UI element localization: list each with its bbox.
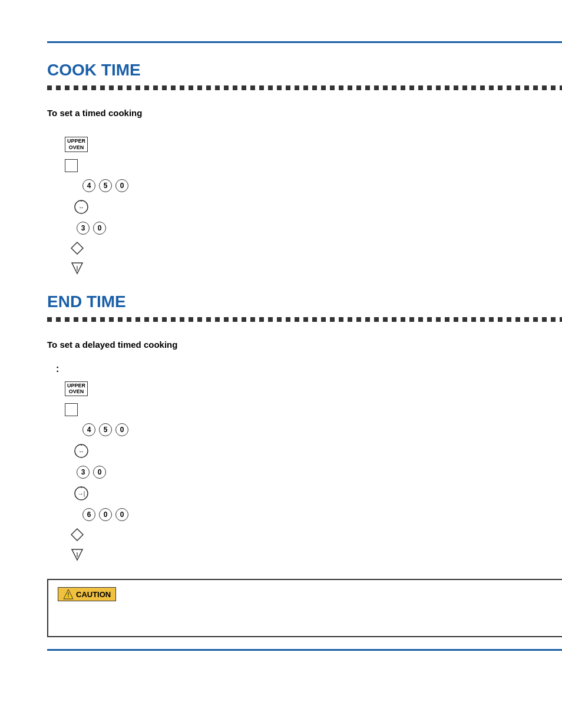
dot (312, 85, 317, 90)
dot (418, 317, 423, 322)
dot (427, 85, 432, 90)
cook-time-heading: To set a timed cooking (47, 108, 142, 118)
dot (383, 317, 388, 322)
dot (436, 317, 441, 322)
circled-0c: 0 (115, 423, 128, 436)
dot (224, 85, 229, 90)
dot (162, 317, 167, 322)
caution-box: ! CAUTION (47, 579, 562, 637)
dot (418, 85, 423, 90)
dot (551, 85, 556, 90)
dot (135, 85, 140, 90)
dot (454, 85, 458, 90)
end-time-step-upper-oven: UPPEROVEN (65, 381, 562, 397)
dot (268, 317, 273, 322)
dot (321, 85, 326, 90)
dot (295, 317, 299, 322)
dot (515, 85, 520, 90)
dot (436, 85, 441, 90)
dot (91, 317, 96, 322)
dot (153, 85, 158, 90)
dot (286, 317, 290, 322)
dot (233, 317, 237, 322)
dot (250, 317, 255, 322)
dot (259, 317, 264, 322)
dot (47, 85, 52, 90)
end-time-step-30: 3 0 (77, 466, 562, 479)
dot (454, 317, 458, 322)
square-icon-2 (65, 403, 78, 416)
dot (356, 317, 361, 322)
circled-6: 6 (82, 508, 95, 521)
dot (224, 317, 229, 322)
circled-0d: 0 (93, 466, 106, 479)
svg-text:→|: →| (78, 490, 85, 497)
dot (462, 85, 467, 90)
dot (533, 85, 538, 90)
dot (286, 85, 290, 90)
circled-4b: 4 (82, 423, 95, 436)
dot (171, 85, 176, 90)
svg-text:↔: ↔ (78, 204, 84, 210)
dot (348, 85, 352, 90)
dot (233, 85, 237, 90)
dot (277, 317, 282, 322)
dot (56, 85, 61, 90)
dot (524, 317, 529, 322)
dot (303, 85, 308, 90)
dot (365, 317, 370, 322)
dot (312, 317, 317, 322)
top-divider-line (47, 41, 562, 43)
clock-cooktime-icon-2: ↔ (74, 443, 89, 459)
triangle-down-icon (71, 262, 84, 275)
dot (524, 85, 529, 90)
dot (295, 85, 299, 90)
cook-time-dotted-divider (47, 85, 562, 90)
dot (445, 85, 449, 90)
dot (392, 85, 396, 90)
dot (339, 85, 343, 90)
circled-0b: 0 (93, 222, 106, 235)
end-time-title: END TIME (47, 292, 562, 311)
circled-3b: 3 (77, 466, 90, 479)
dot (47, 317, 52, 322)
dot (339, 317, 343, 322)
cook-time-section: COOK TIME (47, 61, 562, 275)
dot (374, 85, 379, 90)
dot (162, 85, 167, 90)
dot (180, 85, 184, 90)
dot (409, 85, 414, 90)
circled-5b: 5 (99, 423, 112, 436)
dot (74, 317, 78, 322)
main-content: COOK TIME (0, 0, 562, 728)
dot (118, 317, 123, 322)
end-time-step-triangle (71, 548, 562, 561)
caution-header: ! CAUTION (58, 587, 562, 601)
dot (489, 317, 494, 322)
dot (330, 317, 335, 322)
bottom-divider-line (47, 649, 562, 651)
cook-time-step-square (65, 159, 562, 172)
dot (542, 85, 547, 90)
dot (480, 317, 485, 322)
cook-time-step-diamond (71, 242, 562, 255)
dot (118, 85, 123, 90)
caution-text-2 (58, 618, 562, 630)
caution-label: CAUTION (76, 590, 111, 599)
dot (471, 317, 476, 322)
upper-oven-label-2: UPPEROVEN (65, 381, 88, 397)
end-time-step-diamond (71, 528, 562, 541)
end-time-step-clock-cook: ↔ (74, 443, 562, 459)
dot (144, 317, 149, 322)
cook-time-title: COOK TIME (47, 61, 562, 80)
circled-4: 4 (82, 179, 95, 192)
end-time-step-600: 6 0 0 (82, 508, 562, 521)
dot (56, 317, 61, 322)
circled-3: 3 (77, 222, 90, 235)
dot (401, 85, 405, 90)
svg-text:!: ! (67, 592, 69, 598)
dot (533, 317, 538, 322)
cook-time-step-clock: ↔ (74, 199, 562, 215)
cook-time-step-triangle (71, 262, 562, 275)
dot (127, 317, 131, 322)
